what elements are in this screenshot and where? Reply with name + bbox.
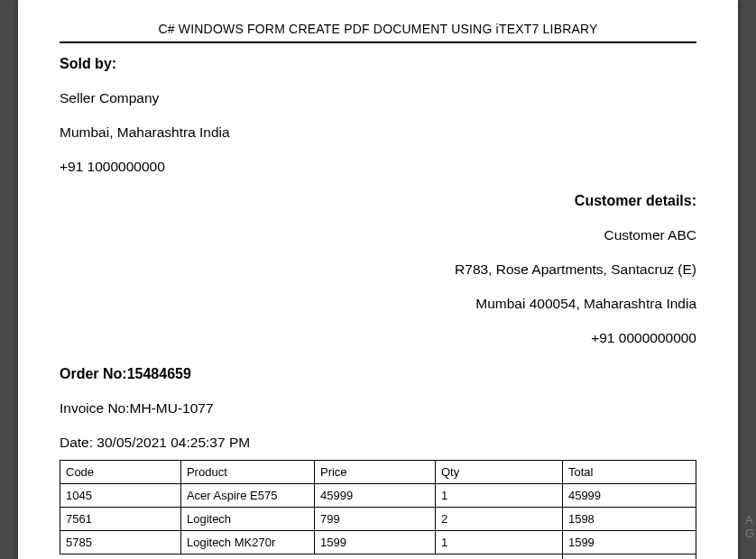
watermark-line-2: G bbox=[745, 527, 754, 541]
invoice-no-value: MH-MU-1077 bbox=[130, 400, 214, 416]
seller-address: Mumbai, Maharashtra India bbox=[60, 124, 696, 141]
date-value: 30/05/2021 04:25:37 PM bbox=[97, 435, 250, 450]
table-row: 7561 Logitech 799 2 1598 bbox=[60, 508, 696, 531]
date-label: Date: bbox=[60, 435, 97, 450]
cell-product: Logitech bbox=[180, 508, 314, 531]
cell-code: 7561 bbox=[60, 508, 181, 531]
date-line: Date: 30/05/2021 04:25:37 PM bbox=[60, 435, 696, 451]
seller-company: Seller Company bbox=[60, 90, 696, 106]
watermark: A G bbox=[745, 513, 754, 541]
cell-code: 5785 bbox=[60, 531, 181, 554]
order-section: Order No:15484659 Invoice No:MH-MU-1077 … bbox=[60, 366, 696, 451]
cell-qty: 1 bbox=[435, 531, 562, 554]
table-row: 5785 Logitech MK270r 1599 1 1599 bbox=[60, 531, 696, 554]
col-header-price: Price bbox=[314, 461, 435, 484]
cell-qty: 1 bbox=[435, 484, 562, 508]
total-value: 49196 bbox=[562, 554, 696, 560]
watermark-line-1: A bbox=[745, 513, 754, 527]
cell-code: 1045 bbox=[60, 484, 181, 508]
customer-phone: +91 0000000000 bbox=[60, 330, 696, 346]
table-total-row: Total: 49196 bbox=[60, 554, 696, 560]
customer-address-2: Mumbai 400054, Maharashtra India bbox=[60, 296, 696, 312]
cell-total: 1599 bbox=[562, 531, 696, 554]
cell-product: Logitech MK270r bbox=[180, 531, 314, 554]
seller-phone: +91 1000000000 bbox=[60, 159, 696, 175]
customer-name: Customer ABC bbox=[60, 227, 696, 243]
cell-total: 45999 bbox=[562, 484, 696, 508]
total-label: Total: bbox=[60, 554, 563, 560]
order-no-value: 15484659 bbox=[127, 366, 191, 381]
sold-by-section: Sold by: Seller Company Mumbai, Maharash… bbox=[60, 56, 696, 175]
document-page: C# WINDOWS FORM CREATE PDF DOCUMENT USIN… bbox=[18, 0, 738, 559]
invoice-line: Invoice No:MH-MU-1077 bbox=[60, 400, 696, 417]
col-header-code: Code bbox=[60, 461, 181, 484]
cell-qty: 2 bbox=[435, 508, 562, 531]
cell-price: 799 bbox=[314, 508, 435, 531]
col-header-product: Product bbox=[180, 461, 314, 484]
sold-by-label: Sold by: bbox=[60, 56, 696, 72]
cell-total: 1598 bbox=[562, 508, 696, 531]
invoice-label: Invoice No: bbox=[60, 400, 130, 416]
customer-label: Customer details: bbox=[60, 193, 696, 209]
col-header-total: Total bbox=[562, 461, 696, 484]
items-table: Code Product Price Qty Total 1045 Acer A… bbox=[60, 460, 696, 559]
order-no-line: Order No:15484659 bbox=[60, 366, 696, 382]
cell-price: 1599 bbox=[314, 531, 435, 554]
customer-address-1: R783, Rose Apartments, Santacruz (E) bbox=[60, 261, 696, 278]
col-header-qty: Qty bbox=[435, 461, 562, 484]
customer-section: Customer details: Customer ABC R783, Ros… bbox=[60, 193, 696, 346]
table-row: 1045 Acer Aspire E575 45999 1 45999 bbox=[60, 484, 696, 508]
order-no-label: Order No: bbox=[60, 366, 127, 381]
cell-price: 45999 bbox=[314, 484, 435, 508]
cell-product: Acer Aspire E575 bbox=[180, 484, 314, 508]
document-title: C# WINDOWS FORM CREATE PDF DOCUMENT USIN… bbox=[60, 22, 696, 36]
table-header-row: Code Product Price Qty Total bbox=[60, 461, 696, 484]
title-divider bbox=[60, 41, 696, 43]
